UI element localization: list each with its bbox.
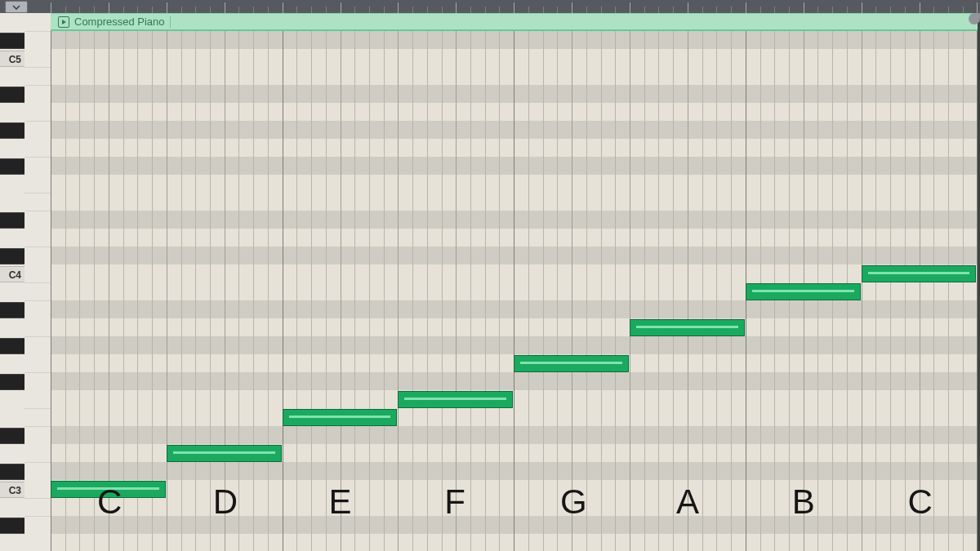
gridline <box>79 13 80 551</box>
time-ruler[interactable] <box>51 0 978 14</box>
gridline <box>528 13 529 551</box>
gridline <box>326 13 327 551</box>
gridline <box>817 13 818 551</box>
gridline <box>774 13 775 551</box>
gridline <box>238 13 239 551</box>
midi-note[interactable] <box>862 265 977 282</box>
midi-note[interactable] <box>398 391 513 408</box>
gridline <box>760 13 761 551</box>
gridline <box>354 13 355 551</box>
gridline <box>702 13 703 551</box>
black-key[interactable] <box>0 212 24 229</box>
gridline <box>543 13 544 551</box>
gridline <box>369 13 370 551</box>
gridline <box>384 13 385 551</box>
piano-roll-editor: C5C4C3 CDEFGABC Compressed Piano <box>0 0 980 551</box>
gridline <box>225 13 225 551</box>
gridline <box>456 13 457 551</box>
gridline <box>601 13 602 551</box>
scale-degree-label: G <box>560 482 587 522</box>
octave-label: C3 <box>0 482 24 498</box>
gridline <box>716 13 717 551</box>
black-key[interactable] <box>0 87 24 103</box>
black-key[interactable] <box>0 374 24 390</box>
gridline <box>658 13 659 551</box>
midi-note[interactable] <box>746 283 861 300</box>
gridline <box>137 13 138 551</box>
note-grid[interactable]: CDEFGABC Compressed Piano <box>51 13 978 551</box>
gridline <box>644 13 645 551</box>
gridline <box>514 13 514 551</box>
gridline <box>398 13 399 551</box>
gridline <box>65 13 66 551</box>
loop-end-handle[interactable] <box>969 13 980 24</box>
midi-note[interactable] <box>514 355 629 372</box>
play-icon[interactable] <box>58 16 69 28</box>
midi-note[interactable] <box>630 319 745 336</box>
gridline <box>123 13 124 551</box>
gridline <box>586 13 587 551</box>
gridline <box>311 13 312 551</box>
midi-note[interactable] <box>283 409 398 426</box>
scale-degree-label: E <box>329 482 353 522</box>
scale-degree-label: C <box>908 482 933 522</box>
gridline <box>847 13 848 551</box>
gridline <box>832 13 833 551</box>
piano-keyboard[interactable]: C5C4C3 <box>0 13 51 551</box>
gridline <box>673 13 674 551</box>
gridline <box>181 13 182 551</box>
clip-header[interactable]: Compressed Piano <box>51 13 978 31</box>
gridline <box>427 13 428 551</box>
gridline <box>630 13 630 551</box>
midi-note[interactable] <box>167 445 282 462</box>
black-key[interactable] <box>0 302 24 318</box>
gridline <box>412 13 413 551</box>
gridline <box>167 13 167 551</box>
gridline <box>746 13 746 551</box>
gridline <box>152 13 153 551</box>
scale-degree-label: C <box>97 482 122 522</box>
gridline <box>688 13 688 551</box>
gridline <box>731 13 732 551</box>
scale-degree-label: A <box>676 482 700 522</box>
gridline <box>283 13 283 551</box>
octave-label: C4 <box>0 266 24 282</box>
gridline <box>499 13 500 551</box>
black-key[interactable] <box>0 428 24 444</box>
gridline <box>268 13 269 551</box>
gridline <box>195 13 196 551</box>
black-key[interactable] <box>0 518 24 534</box>
gridline <box>109 13 109 551</box>
gridline <box>789 13 790 551</box>
gridline <box>341 13 341 551</box>
gridline <box>210 13 211 551</box>
gridline <box>804 13 804 551</box>
black-key[interactable] <box>0 122 24 139</box>
gridline <box>296 13 297 551</box>
black-key[interactable] <box>0 338 24 354</box>
gridline <box>572 13 572 551</box>
gridline <box>485 13 486 551</box>
gridline <box>615 13 616 551</box>
gridline <box>51 13 51 551</box>
black-key[interactable] <box>0 248 24 264</box>
clip-name-label: Compressed Piano <box>74 16 171 28</box>
black-key[interactable] <box>0 464 24 480</box>
gridline <box>470 13 471 551</box>
black-key[interactable] <box>0 158 24 175</box>
gridline <box>442 13 443 551</box>
dropdown-button[interactable] <box>5 1 28 13</box>
scale-degree-label: B <box>792 482 816 522</box>
gridline <box>253 13 254 551</box>
octave-label: C5 <box>0 51 24 67</box>
scale-degree-label: F <box>444 482 466 522</box>
scale-degree-label: D <box>213 482 238 522</box>
gridline <box>557 13 558 551</box>
gridline <box>94 13 95 551</box>
black-key[interactable] <box>0 33 24 49</box>
